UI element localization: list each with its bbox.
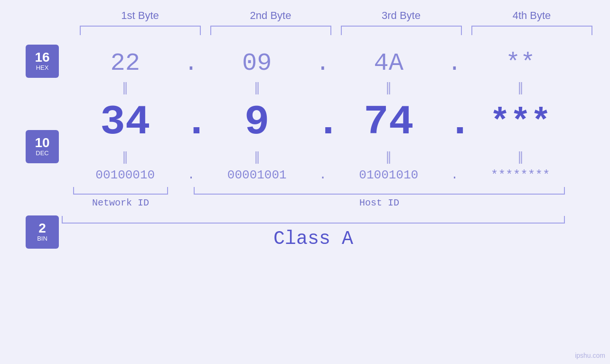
hex-b4-value: ** [506,49,535,77]
hex-base-label: HEX [36,64,49,72]
hex-b3-value: 4A [374,49,404,77]
dec-b2-value: 9 [244,99,270,146]
hex-dot-1: . [184,51,198,76]
bin-dot-3: . [448,168,462,182]
hex-b1-cell: 22 [66,49,184,77]
byte-header-4: 4th Byte [467,9,597,22]
bracket-4 [471,26,592,35]
byte-header-2: 2nd Byte [206,9,336,22]
bin-b2-cell: 00001001 [198,168,316,182]
hex-b4-cell: ** [462,49,580,77]
bin-base-num: 2 [38,222,46,235]
dec-row: 34 . 9 . 74 . *** [62,99,584,146]
byte-header-3: 3rd Byte [336,9,467,22]
bracket-2 [210,26,331,35]
dec-dot-3: . [448,99,462,146]
page-container: 1st Byte 2nd Byte 3rd Byte 4th Byte 16 H… [0,0,610,364]
bin-b1-value: 00100010 [95,168,155,182]
dec-dot-2: . [316,99,330,146]
bin-row: 00100010 . 00001001 . 01001010 . *******… [62,168,584,182]
hex-b3-cell: 4A [330,49,448,77]
dec-b1-value: 34 [100,99,150,146]
class-a-label: Class A [273,228,353,250]
equals-row-2: ‖ ‖ ‖ ‖ [62,148,584,166]
bracket-1 [80,26,201,35]
eq2-c3: ‖ [330,149,448,164]
dec-badge: 10 DEC [26,130,59,163]
bin-b2-value: 00001001 [227,168,287,182]
network-id-label: Network ID [92,197,149,208]
bracket-3 [341,26,462,35]
full-span-bracket [62,216,565,224]
hex-b2-value: 09 [242,49,272,77]
hex-row: 22 . 09 . 4A . ** [62,49,584,77]
bottom-brackets-wrapper: Network ID Host ID [62,187,565,208]
eq1-c3: ‖ [330,80,448,95]
hex-b2-cell: 09 [198,49,316,77]
hex-dot-2: . [316,51,330,76]
host-id-section: Host ID [194,187,565,208]
dec-base-num: 10 [35,136,49,149]
labels-column: 16 HEX 10 DEC 2 BIN [0,45,62,250]
dec-dot-1: . [184,99,198,146]
header-brackets [75,26,597,35]
hex-base-num: 16 [35,51,49,64]
eq2-c1: ‖ [66,149,184,164]
eq2-c4: ‖ [462,149,580,164]
network-id-section: Network ID [62,187,179,208]
rows-content: 22 . 09 . 4A . ** ‖ ‖ [62,45,610,250]
network-id-bracket [73,187,168,195]
bin-b3-value: 01001010 [359,168,418,182]
eq1-c4: ‖ [462,80,580,95]
hex-dot-3: . [448,51,462,76]
host-id-bracket [194,187,565,195]
bin-b4-cell: ******** [462,168,580,182]
bin-base-label: BIN [37,235,47,243]
bin-badge: 2 BIN [26,215,59,249]
dec-b3-cell: 74 [330,99,448,146]
hex-b1-value: 22 [111,49,140,77]
byte-headers-row: 1st Byte 2nd Byte 3rd Byte 4th Byte [75,9,597,22]
bin-b4-value: ******** [491,168,550,182]
bin-dot-2: . [316,168,330,182]
bin-dot-1: . [184,168,198,182]
eq1-c1: ‖ [66,80,184,95]
byte-header-1: 1st Byte [75,9,206,22]
eq2-c2: ‖ [198,149,316,164]
rows-wrapper: 16 HEX 10 DEC 2 BIN 22 . 09 [0,45,610,250]
dec-b3-value: 74 [364,99,414,146]
hex-badge: 16 HEX [26,45,59,78]
dec-base-label: DEC [36,149,48,157]
dec-b4-value: *** [489,103,551,142]
host-id-label: Host ID [359,197,399,208]
watermark: ipshu.com [575,352,605,359]
dec-b1-cell: 34 [66,99,184,146]
bin-b1-cell: 00100010 [66,168,184,182]
eq1-c2: ‖ [198,80,316,95]
class-label-wrapper: Class A [62,228,565,250]
bin-b3-cell: 01001010 [330,168,448,182]
dec-b2-cell: 9 [198,99,316,146]
equals-row-1: ‖ ‖ ‖ ‖ [62,78,584,97]
dec-b4-cell: *** [462,103,580,142]
